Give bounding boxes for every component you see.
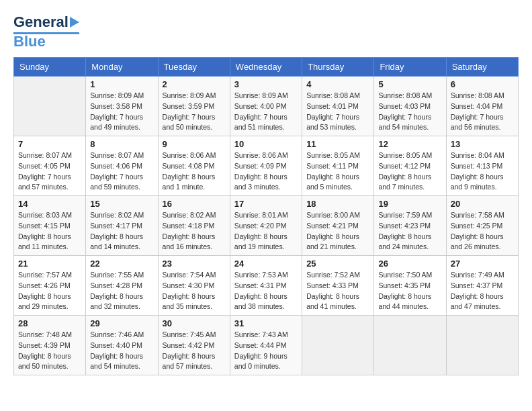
calendar-cell: 8Sunrise: 8:07 AMSunset: 4:06 PMDaylight…: [86, 136, 158, 196]
day-info: Sunrise: 8:05 AMSunset: 4:11 PMDaylight:…: [306, 150, 369, 193]
day-info: Sunrise: 8:02 AMSunset: 4:18 PMDaylight:…: [163, 210, 226, 253]
calendar-cell: 17Sunrise: 8:01 AMSunset: 4:20 PMDayligh…: [230, 196, 302, 256]
logo-general: General: [13, 13, 69, 31]
calendar-cell: 4Sunrise: 8:08 AMSunset: 4:01 PMDaylight…: [302, 77, 374, 136]
day-number: 17: [234, 199, 298, 209]
day-number: 7: [18, 139, 81, 149]
day-info: Sunrise: 8:06 AMSunset: 4:09 PMDaylight:…: [234, 150, 298, 193]
calendar-table: SundayMondayTuesdayWednesdayThursdayFrid…: [13, 57, 519, 375]
day-number: 9: [163, 139, 226, 149]
day-number: 18: [306, 199, 369, 209]
day-number: 30: [163, 318, 226, 328]
day-number: 6: [451, 79, 514, 89]
calendar-cell: 26Sunrise: 7:50 AMSunset: 4:35 PMDayligh…: [374, 256, 446, 316]
calendar-cell: 13Sunrise: 8:04 AMSunset: 4:13 PMDayligh…: [446, 136, 518, 196]
calendar-cell: 3Sunrise: 8:09 AMSunset: 4:00 PMDaylight…: [230, 77, 302, 136]
calendar-week-row: 21Sunrise: 7:57 AMSunset: 4:26 PMDayligh…: [14, 256, 519, 316]
logo-arrow-icon: [70, 17, 79, 28]
header-wednesday: Wednesday: [230, 58, 302, 77]
calendar-cell: 27Sunrise: 7:49 AMSunset: 4:37 PMDayligh…: [446, 256, 518, 316]
day-info: Sunrise: 8:09 AMSunset: 4:00 PMDaylight:…: [234, 91, 298, 133]
calendar-week-row: 1Sunrise: 8:09 AMSunset: 3:58 PMDaylight…: [14, 77, 519, 136]
header-monday: Monday: [86, 58, 158, 77]
calendar-cell: 7Sunrise: 8:07 AMSunset: 4:05 PMDaylight…: [14, 136, 86, 196]
day-info: Sunrise: 7:58 AMSunset: 4:25 PMDaylight:…: [451, 210, 514, 253]
day-number: 14: [18, 199, 81, 209]
calendar-cell: 23Sunrise: 7:54 AMSunset: 4:30 PMDayligh…: [158, 256, 230, 316]
day-number: 3: [234, 79, 298, 89]
calendar-cell: [446, 316, 518, 375]
day-info: Sunrise: 7:52 AMSunset: 4:33 PMDaylight:…: [306, 270, 369, 312]
header-thursday: Thursday: [302, 58, 374, 77]
calendar-cell: 2Sunrise: 8:09 AMSunset: 3:59 PMDaylight…: [158, 77, 230, 136]
day-info: Sunrise: 8:06 AMSunset: 4:08 PMDaylight:…: [163, 150, 226, 193]
day-number: 21: [18, 259, 81, 269]
day-info: Sunrise: 8:09 AMSunset: 3:59 PMDaylight:…: [163, 91, 226, 133]
calendar-cell: 30Sunrise: 7:45 AMSunset: 4:42 PMDayligh…: [158, 316, 230, 375]
day-info: Sunrise: 8:08 AMSunset: 4:04 PMDaylight:…: [451, 91, 514, 133]
day-number: 8: [90, 139, 153, 149]
day-info: Sunrise: 8:07 AMSunset: 4:06 PMDaylight:…: [90, 150, 153, 193]
day-info: Sunrise: 7:50 AMSunset: 4:35 PMDaylight:…: [378, 270, 441, 312]
calendar-header-row: SundayMondayTuesdayWednesdayThursdayFrid…: [14, 58, 519, 77]
day-number: 5: [378, 79, 441, 89]
day-info: Sunrise: 7:48 AMSunset: 4:39 PMDaylight:…: [18, 330, 81, 372]
day-number: 23: [163, 259, 226, 269]
day-info: Sunrise: 8:07 AMSunset: 4:05 PMDaylight:…: [18, 150, 81, 193]
calendar-cell: 20Sunrise: 7:58 AMSunset: 4:25 PMDayligh…: [446, 196, 518, 256]
calendar-cell: 6Sunrise: 8:08 AMSunset: 4:04 PMDaylight…: [446, 77, 518, 136]
day-info: Sunrise: 7:45 AMSunset: 4:42 PMDaylight:…: [163, 330, 226, 372]
logo: General Blue: [13, 13, 79, 50]
day-info: Sunrise: 8:09 AMSunset: 3:58 PMDaylight:…: [90, 91, 153, 133]
day-number: 25: [306, 259, 369, 269]
day-info: Sunrise: 7:54 AMSunset: 4:30 PMDaylight:…: [163, 270, 226, 312]
calendar-week-row: 28Sunrise: 7:48 AMSunset: 4:39 PMDayligh…: [14, 316, 519, 375]
day-number: 26: [378, 259, 441, 269]
calendar-cell: 28Sunrise: 7:48 AMSunset: 4:39 PMDayligh…: [14, 316, 86, 375]
day-info: Sunrise: 7:49 AMSunset: 4:37 PMDaylight:…: [451, 270, 514, 312]
day-number: 19: [378, 199, 441, 209]
day-number: 11: [306, 139, 369, 149]
day-info: Sunrise: 8:08 AMSunset: 4:01 PMDaylight:…: [306, 91, 369, 133]
day-number: 15: [90, 199, 153, 209]
calendar-cell: 5Sunrise: 8:08 AMSunset: 4:03 PMDaylight…: [374, 77, 446, 136]
day-info: Sunrise: 7:59 AMSunset: 4:23 PMDaylight:…: [378, 210, 441, 253]
calendar-cell: 25Sunrise: 7:52 AMSunset: 4:33 PMDayligh…: [302, 256, 374, 316]
day-number: 13: [451, 139, 514, 149]
day-number: 28: [18, 318, 81, 328]
day-number: 24: [234, 259, 298, 269]
calendar-cell: 15Sunrise: 8:02 AMSunset: 4:17 PMDayligh…: [86, 196, 158, 256]
day-number: 20: [451, 199, 514, 209]
day-number: 1: [90, 79, 153, 89]
day-number: 4: [306, 79, 369, 89]
calendar-cell: 1Sunrise: 8:09 AMSunset: 3:58 PMDaylight…: [86, 77, 158, 136]
day-info: Sunrise: 8:01 AMSunset: 4:20 PMDaylight:…: [234, 210, 298, 253]
calendar-cell: 12Sunrise: 8:05 AMSunset: 4:12 PMDayligh…: [374, 136, 446, 196]
calendar-cell: 14Sunrise: 8:03 AMSunset: 4:15 PMDayligh…: [14, 196, 86, 256]
calendar-cell: [302, 316, 374, 375]
calendar-cell: 16Sunrise: 8:02 AMSunset: 4:18 PMDayligh…: [158, 196, 230, 256]
calendar-cell: 22Sunrise: 7:55 AMSunset: 4:28 PMDayligh…: [86, 256, 158, 316]
day-number: 12: [378, 139, 441, 149]
day-number: 27: [451, 259, 514, 269]
calendar-cell: [14, 77, 86, 136]
calendar-cell: 11Sunrise: 8:05 AMSunset: 4:11 PMDayligh…: [302, 136, 374, 196]
header-friday: Friday: [374, 58, 446, 77]
day-number: 10: [234, 139, 298, 149]
calendar-cell: 10Sunrise: 8:06 AMSunset: 4:09 PMDayligh…: [230, 136, 302, 196]
calendar-cell: [374, 316, 446, 375]
calendar-cell: 31Sunrise: 7:43 AMSunset: 4:44 PMDayligh…: [230, 316, 302, 375]
calendar-cell: 21Sunrise: 7:57 AMSunset: 4:26 PMDayligh…: [14, 256, 86, 316]
calendar-cell: 18Sunrise: 8:00 AMSunset: 4:21 PMDayligh…: [302, 196, 374, 256]
day-info: Sunrise: 8:02 AMSunset: 4:17 PMDaylight:…: [90, 210, 153, 253]
day-number: 29: [90, 318, 153, 328]
logo-blue: Blue: [13, 33, 46, 50]
day-info: Sunrise: 8:08 AMSunset: 4:03 PMDaylight:…: [378, 91, 441, 133]
day-info: Sunrise: 7:57 AMSunset: 4:26 PMDaylight:…: [18, 270, 81, 312]
day-info: Sunrise: 8:03 AMSunset: 4:15 PMDaylight:…: [18, 210, 81, 253]
calendar-week-row: 14Sunrise: 8:03 AMSunset: 4:15 PMDayligh…: [14, 196, 519, 256]
calendar-cell: 9Sunrise: 8:06 AMSunset: 4:08 PMDaylight…: [158, 136, 230, 196]
day-info: Sunrise: 8:04 AMSunset: 4:13 PMDaylight:…: [451, 150, 514, 193]
header-sunday: Sunday: [14, 58, 86, 77]
day-info: Sunrise: 8:00 AMSunset: 4:21 PMDaylight:…: [306, 210, 369, 253]
